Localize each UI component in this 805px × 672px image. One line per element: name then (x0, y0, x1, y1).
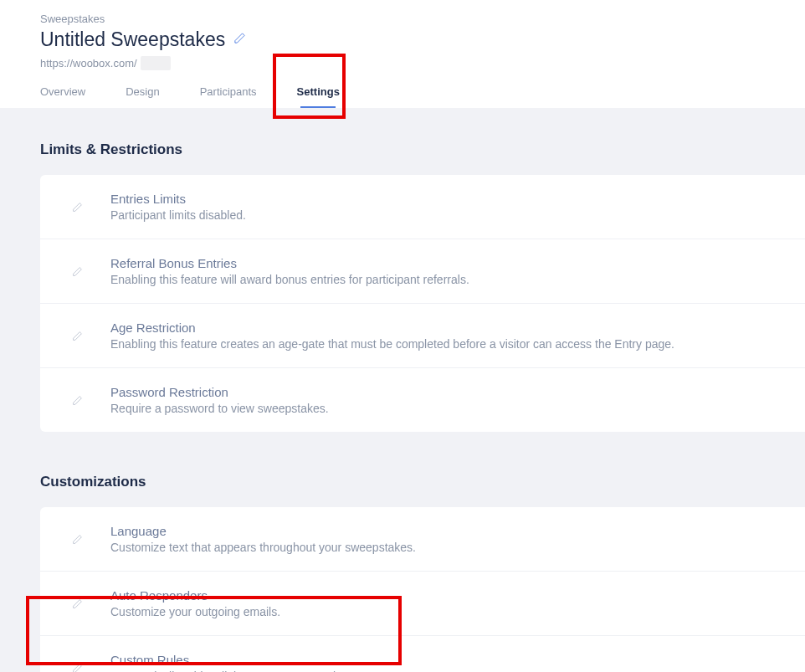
setting-title: Auto Responders (110, 588, 805, 603)
header: Sweepstakes Untitled Sweepstakes https:/… (0, 0, 805, 108)
setting-title: Age Restriction (110, 321, 805, 335)
setting-text: Auto Responders Customize your outgoing … (110, 588, 805, 618)
pencil-icon (60, 598, 94, 609)
edit-title-icon[interactable] (233, 32, 246, 48)
setting-desc: Customize text that appears throughout y… (110, 541, 805, 554)
setting-language[interactable]: Language Customize text that appears thr… (40, 507, 805, 572)
setting-title: Password Restriction (110, 385, 805, 399)
setting-desc: Customize your outgoing emails. (110, 605, 805, 618)
setting-custom-rules[interactable]: Custom Rules Automatically adds a link t… (40, 636, 805, 672)
section-title-limits: Limits & Restrictions (40, 141, 805, 158)
tab-overview[interactable]: Overview (40, 85, 85, 108)
setting-desc: Participant limits disabled. (110, 208, 805, 222)
url-row: https://woobox.com/ (40, 56, 765, 70)
setting-text: Language Customize text that appears thr… (110, 524, 805, 554)
setting-title: Language (110, 524, 805, 538)
setting-entries-limits[interactable]: Entries Limits Participant limits disabl… (40, 175, 805, 239)
content-area: Limits & Restrictions Entries Limits Par… (0, 108, 805, 672)
setting-age-restriction[interactable]: Age Restriction Enabling this feature cr… (40, 304, 805, 368)
setting-desc: Require a password to view sweepstakes. (110, 402, 805, 415)
url-slug-input[interactable] (141, 56, 171, 70)
setting-password-restriction[interactable]: Password Restriction Require a password … (40, 368, 805, 432)
setting-text: Custom Rules Automatically adds a link t… (110, 653, 805, 672)
setting-title: Referral Bonus Entries (110, 256, 805, 270)
pencil-icon (60, 202, 94, 213)
tabs: Overview Design Participants Settings (40, 85, 765, 108)
breadcrumb[interactable]: Sweepstakes (40, 13, 765, 25)
setting-auto-responders[interactable]: Auto Responders Customize your outgoing … (40, 572, 805, 636)
tab-settings[interactable]: Settings (297, 85, 340, 108)
page-title: Untitled Sweepstakes (40, 28, 225, 51)
setting-text: Age Restriction Enabling this feature cr… (110, 321, 805, 351)
pencil-icon (60, 331, 94, 341)
panel-customizations: Language Customize text that appears thr… (40, 507, 805, 672)
setting-desc: Enabling this feature creates an age-gat… (110, 337, 805, 351)
pencil-icon (60, 395, 94, 406)
section-title-customizations: Customizations (40, 474, 805, 490)
setting-text: Entries Limits Participant limits disabl… (110, 192, 805, 222)
setting-text: Password Restriction Require a password … (110, 385, 805, 415)
tab-design[interactable]: Design (126, 85, 159, 108)
pencil-icon (60, 266, 94, 277)
pencil-icon (60, 663, 94, 673)
setting-title: Entries Limits (110, 192, 805, 206)
panel-limits: Entries Limits Participant limits disabl… (40, 175, 805, 432)
setting-desc: Enabling this feature will award bonus e… (110, 273, 805, 286)
url-base: https://woobox.com/ (40, 57, 137, 69)
title-row: Untitled Sweepstakes (40, 28, 765, 51)
pencil-icon (60, 534, 94, 545)
setting-text: Referral Bonus Entries Enabling this fea… (110, 256, 805, 286)
setting-referral-bonus[interactable]: Referral Bonus Entries Enabling this fea… (40, 239, 805, 304)
tab-participants[interactable]: Participants (200, 85, 257, 108)
setting-title: Custom Rules (110, 653, 805, 667)
